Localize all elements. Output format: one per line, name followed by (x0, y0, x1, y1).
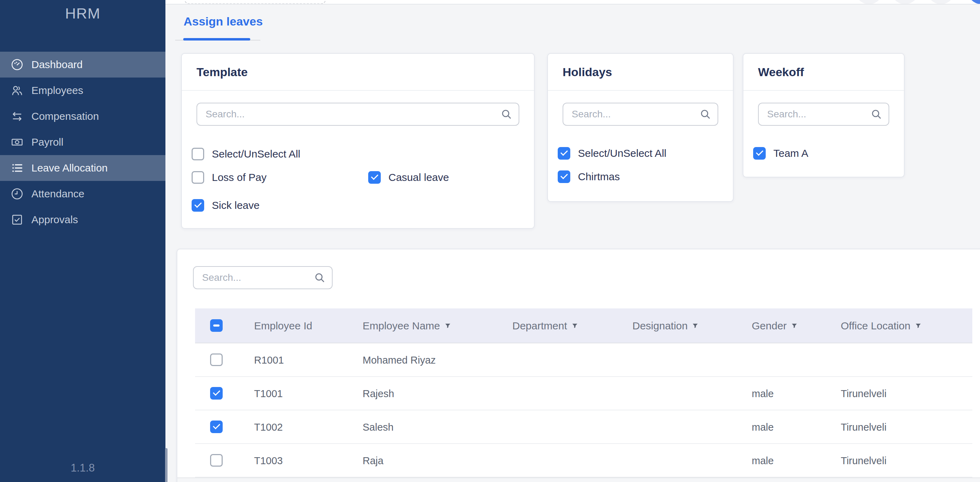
cell-employee-id: T1003 (254, 444, 283, 477)
sidebar-item-label: Dashboard (32, 59, 83, 70)
dashed-box-fragment (184, 0, 326, 4)
sidebar-item-label: Leave Allocation (32, 162, 108, 174)
checkbox-holidays-select-all[interactable] (558, 147, 570, 160)
top-strip (165, 0, 980, 5)
option-team-a[interactable]: Team A (753, 146, 808, 161)
row-checkbox-t1003[interactable] (210, 454, 223, 467)
sidebar-item-label: Attendance (32, 188, 84, 200)
column-header-designation[interactable]: Designation (632, 308, 699, 343)
column-header-office-location[interactable]: Office Location (841, 308, 922, 343)
gauge-icon (10, 57, 24, 72)
table-header-row: Employee Id Employee Name Department Des… (195, 308, 972, 343)
cell-employee-id: R1001 (254, 343, 284, 377)
checkbox-casual-leave[interactable] (368, 171, 381, 184)
employee-table-card: Employee Id Employee Name Department Des… (177, 249, 980, 482)
app-title: HRM (0, 0, 165, 22)
weekoff-card-title: Weekoff (758, 65, 804, 79)
select-all-checkbox[interactable] (210, 319, 223, 332)
sidebar-item-compensation[interactable]: Compensation (0, 104, 165, 129)
column-header-employee-id[interactable]: Employee Id (254, 308, 312, 343)
template-search-input[interactable] (196, 103, 519, 126)
sidebar-item-leave-allocation[interactable]: Leave Allocation (0, 155, 165, 181)
table-footer-band (177, 477, 980, 482)
cell-employee-id: T1002 (254, 410, 283, 444)
employee-search (193, 266, 332, 289)
weekoff-card-header: Weekoff (743, 54, 904, 91)
clock-icon (10, 187, 24, 201)
weekoff-search-input[interactable] (758, 103, 889, 126)
table-row: R1001 Mohamed Riyaz (195, 343, 972, 377)
checkbox-team-a[interactable] (753, 147, 766, 160)
template-card-header: Template (182, 54, 534, 91)
check-square-icon (10, 212, 24, 227)
sidebar-item-approvals[interactable]: Approvals (0, 207, 165, 233)
row-checkbox-t1002[interactable] (210, 421, 223, 433)
employee-search-input[interactable] (193, 266, 332, 289)
option-chirtmas[interactable]: Chirtmas (558, 169, 620, 184)
filter-funnel-icon[interactable] (571, 322, 578, 330)
cell-employee-name: Raja (363, 444, 383, 477)
cell-gender: male (752, 444, 774, 477)
cell-office-location: Tirunelveli (841, 444, 886, 477)
cell-employee-name: Salesh (363, 410, 394, 444)
sidebar-item-employees[interactable]: Employees (0, 78, 165, 104)
table-row: T1003 Raja male Tirunelveli (195, 444, 972, 477)
sidebar-scrollbar-thumb[interactable] (165, 448, 167, 482)
header-avatar-button[interactable] (967, 0, 980, 4)
checkbox-select-unselect-all[interactable] (192, 148, 204, 160)
option-casual-leave[interactable]: Casual leave (368, 170, 449, 185)
sidebar-nav: Dashboard Employees Compensation Payroll… (0, 52, 165, 233)
holidays-search-input[interactable] (563, 103, 718, 126)
search-icon (314, 272, 326, 284)
filter-funnel-icon[interactable] (444, 322, 451, 330)
sidebar-item-payroll[interactable]: Payroll (0, 129, 165, 155)
option-loss-of-pay[interactable]: Loss of Pay (192, 170, 267, 185)
search-icon (699, 108, 711, 120)
cell-employee-name: Rajesh (363, 377, 394, 410)
template-card-title: Template (196, 65, 248, 79)
table-row: T1002 Salesh male Tirunelveli (195, 410, 972, 444)
option-holidays-select-all[interactable]: Select/UnSelect All (558, 146, 666, 161)
app-root: HRM Dashboard Employees Compensation Pay… (0, 0, 980, 482)
holidays-card: Holidays Select/UnSelect All Chirtmas (547, 53, 733, 202)
cell-office-location: Tirunelveli (841, 410, 886, 444)
app-version: 1.1.8 (0, 462, 165, 474)
checkbox-loss-of-pay[interactable] (192, 171, 204, 184)
swap-arrows-icon (10, 109, 24, 124)
row-checkbox-t1001[interactable] (210, 387, 223, 399)
template-search (196, 103, 519, 126)
filter-funnel-icon[interactable] (791, 322, 798, 330)
sidebar: HRM Dashboard Employees Compensation Pay… (0, 0, 165, 482)
sidebar-item-label: Compensation (32, 110, 99, 122)
sidebar-item-dashboard[interactable]: Dashboard (0, 52, 165, 78)
cell-gender: male (752, 377, 774, 410)
users-icon (10, 83, 24, 98)
holidays-card-header: Holidays (548, 54, 733, 91)
header-circle-icon (855, 0, 883, 4)
column-header-employee-name[interactable]: Employee Name (363, 308, 451, 343)
table-row: T1001 Rajesh male Tirunelveli (195, 377, 972, 410)
cell-employee-id: T1001 (254, 377, 283, 410)
cell-gender: male (752, 410, 774, 444)
list-icon (10, 161, 24, 176)
checkbox-chirtmas[interactable] (558, 171, 570, 183)
checkbox-sick-leave[interactable] (192, 199, 204, 212)
column-header-gender[interactable]: Gender (752, 308, 798, 343)
filter-funnel-icon[interactable] (692, 322, 699, 330)
template-card: Template Select/UnSelect All Loss of Pay… (181, 53, 535, 229)
option-sick-leave[interactable]: Sick leave (192, 198, 260, 213)
cell-employee-name: Mohamed Riyaz (363, 343, 436, 377)
banknote-icon (10, 135, 24, 150)
sidebar-item-label: Approvals (32, 214, 78, 226)
sidebar-item-attendance[interactable]: Attendance (0, 181, 165, 207)
search-icon (501, 108, 512, 120)
sidebar-item-label: Employees (32, 85, 83, 96)
tab-active-indicator (183, 38, 250, 40)
tab-assign-leaves[interactable]: Assign leaves (184, 15, 263, 28)
weekoff-search (758, 103, 889, 126)
filter-funnel-icon[interactable] (915, 322, 922, 330)
column-header-department[interactable]: Department (512, 308, 578, 343)
row-checkbox-r1001[interactable] (210, 353, 223, 366)
holidays-card-title: Holidays (563, 65, 612, 79)
option-select-unselect-all[interactable]: Select/UnSelect All (192, 146, 300, 162)
